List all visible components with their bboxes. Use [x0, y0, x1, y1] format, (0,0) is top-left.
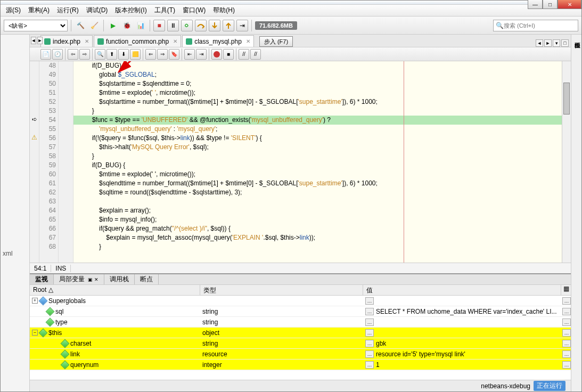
run-icon[interactable]: ▶ — [107, 20, 119, 31]
step-into-icon[interactable] — [209, 20, 220, 31]
step-into-button[interactable]: 步入 (F7) — [259, 36, 293, 47]
debug-tab-breakpoints[interactable]: 断点 — [135, 274, 159, 284]
code-editor[interactable]: ➪ ⚠ 484950515253545556575859606162636465… — [30, 61, 571, 263]
menu-source[interactable]: 源(S) — [3, 5, 24, 16]
maximize-editor-icon[interactable]: □ — [561, 39, 569, 47]
close-button[interactable]: ✕ — [558, 0, 581, 9]
columns-config-icon[interactable]: ▦ — [561, 285, 571, 295]
menu-run[interactable]: 运行(R) — [54, 5, 82, 16]
ellipsis-icon[interactable]: … — [365, 340, 374, 347]
variable-row[interactable]: link resource …resource id='5' type='mys… — [30, 349, 571, 360]
nav-back-icon[interactable]: ⇦ — [68, 49, 78, 60]
variable-icon — [61, 360, 70, 369]
variable-row[interactable]: +Superglobals … … — [30, 296, 571, 306]
insert-mode: INS — [51, 265, 71, 272]
tab-nav-left-icon[interactable]: ◄ — [31, 37, 36, 44]
ellipsis-icon[interactable]: … — [365, 329, 374, 337]
profile-icon[interactable]: 📊 — [135, 20, 146, 31]
collapse-icon[interactable]: − — [32, 330, 38, 336]
search-box[interactable]: 🔍 — [493, 20, 578, 31]
vertical-scrollbar[interactable] — [562, 61, 571, 263]
ellipsis-icon[interactable]: … — [365, 297, 374, 305]
menu-refactor[interactable]: 重构(A) — [25, 5, 53, 16]
ellipsis-icon[interactable]: … — [562, 361, 571, 369]
debug-tab-watch[interactable]: 监视 — [30, 274, 54, 284]
build-icon[interactable]: 🔨 — [75, 20, 86, 31]
toggle-bookmark-icon[interactable]: 🔖 — [169, 49, 179, 60]
next-bookmark-icon[interactable]: ⇒ — [157, 49, 168, 60]
menu-help[interactable]: 帮助(H) — [210, 5, 238, 16]
line-numbers: 4849505152535455565758596061626364656667… — [39, 61, 59, 263]
variable-row[interactable]: sql string …SELECT * FROM uchome_data WH… — [30, 306, 571, 317]
history-icon[interactable]: 🕘 — [52, 49, 63, 60]
column-header-type[interactable]: 类型 — [200, 285, 363, 295]
config-select[interactable]: <缺省> — [4, 20, 68, 31]
tab-function-common-php[interactable]: function_common.php✕ — [94, 35, 181, 47]
tab-index-php[interactable]: index.php✕ — [40, 35, 93, 47]
menu-vcs[interactable]: 版本控制(I) — [112, 5, 150, 16]
close-icon[interactable]: ✕ — [173, 38, 177, 44]
macro-stop-icon[interactable]: ■ — [223, 49, 234, 60]
maximize-button[interactable]: □ — [543, 0, 558, 9]
macro-record-icon[interactable] — [211, 49, 222, 60]
step-out-icon[interactable] — [223, 20, 234, 31]
shift-left-icon[interactable]: ⇤ — [184, 49, 195, 60]
right-sidebar-palette[interactable]: 组件面板 — [571, 35, 581, 391]
menu-tools[interactable]: 工具(T) — [151, 5, 178, 16]
clean-build-icon[interactable]: 🧹 — [88, 20, 100, 31]
tab-scroll-right-icon[interactable]: ► — [544, 39, 552, 47]
minimize-button[interactable]: — — [528, 0, 543, 9]
ellipsis-icon[interactable]: … — [365, 350, 374, 358]
source-view-icon[interactable]: 📄 — [40, 49, 51, 60]
shift-right-icon[interactable]: ⇥ — [196, 49, 207, 60]
menu-debug[interactable]: 调试(D) — [83, 5, 111, 16]
menu-window[interactable]: 窗口(W) — [179, 5, 209, 16]
variable-icon — [61, 339, 70, 348]
run-to-cursor-icon[interactable]: ⇥ — [236, 20, 248, 31]
ellipsis-icon[interactable]: … — [562, 297, 571, 305]
prev-bookmark-icon[interactable]: ⇐ — [145, 49, 156, 60]
fold-gutter[interactable] — [59, 61, 73, 263]
uncomment-icon[interactable]: // — [250, 49, 261, 60]
search-input[interactable] — [504, 22, 576, 29]
ellipsis-icon[interactable]: … — [562, 329, 571, 337]
expand-icon[interactable]: + — [32, 298, 38, 304]
nav-fwd-icon[interactable]: ⇨ — [79, 49, 90, 60]
ellipsis-icon[interactable]: … — [562, 318, 571, 326]
continue-icon[interactable]: ⭘ — [181, 20, 193, 31]
pause-icon[interactable]: ⏸ — [167, 20, 179, 31]
code-content[interactable]: if(D_BUG) { global $_SGLOBAL; $sqlstartt… — [73, 61, 562, 263]
step-over-icon[interactable] — [195, 20, 207, 31]
ellipsis-icon[interactable]: … — [562, 308, 571, 315]
debug-tab-callstack[interactable]: 调用栈 — [104, 274, 135, 284]
ellipsis-icon[interactable]: … — [365, 318, 374, 326]
variable-row[interactable]: querynum integer …1 … — [30, 360, 571, 370]
find-next-icon[interactable]: ⬇ — [118, 49, 129, 60]
breakpoint-gutter[interactable]: ➪ ⚠ — [30, 61, 39, 263]
toggle-highlight-icon[interactable]: 🟨 — [130, 49, 141, 60]
ellipsis-icon[interactable]: … — [365, 308, 374, 315]
column-header-value[interactable]: 值 — [363, 285, 561, 295]
ellipsis-icon[interactable]: … — [562, 340, 571, 347]
find-selection-icon[interactable]: 🔍 — [95, 49, 105, 60]
variable-row[interactable]: type string … … — [30, 317, 571, 328]
editor-tabs: ◄ ► index.php✕ function_common.php✕ clas… — [30, 35, 571, 47]
close-icon[interactable]: ✕ — [85, 38, 89, 44]
variable-row[interactable]: charset string …gbk … — [30, 338, 571, 349]
tab-class-mysql-php[interactable]: class_mysql.php✕ — [182, 35, 254, 47]
ellipsis-icon[interactable]: … — [562, 350, 571, 358]
finish-debug-icon[interactable]: ■ — [153, 20, 165, 31]
find-prev-icon[interactable]: ⬆ — [106, 49, 117, 60]
debug-tab-locals[interactable]: 局部变量▣ ✕ — [54, 274, 104, 284]
debug-icon[interactable]: 🐞 — [121, 20, 133, 31]
variable-row[interactable]: −$this object … … — [30, 328, 571, 338]
tab-scroll-left-icon[interactable]: ◄ — [536, 39, 543, 47]
column-header-root[interactable]: Root △ — [30, 285, 200, 295]
comment-icon[interactable]: // — [239, 49, 249, 60]
running-badge: 正在运行 — [534, 381, 565, 391]
close-icon[interactable]: ✕ — [246, 38, 250, 44]
tab-list-icon[interactable]: ▾ — [553, 39, 560, 47]
superglobals-icon — [39, 296, 48, 305]
ellipsis-icon[interactable]: … — [365, 361, 374, 369]
tab-nav-right-icon[interactable]: ► — [37, 37, 43, 44]
